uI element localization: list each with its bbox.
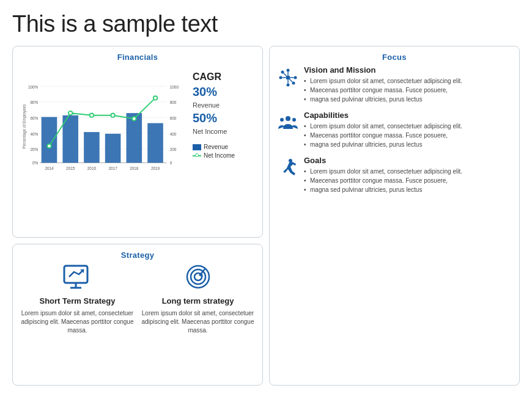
svg-text:2019: 2019	[151, 166, 160, 170]
focus-vision-heading: Vision and Mission	[304, 65, 512, 75]
list-item: Lorem ipsum dolor sit amet, consectetuer…	[304, 167, 512, 176]
svg-point-51	[281, 71, 284, 74]
svg-text:600: 600	[170, 116, 177, 120]
focus-panel: Focus	[269, 46, 520, 386]
legend-area: Revenue Net Income	[193, 144, 255, 159]
list-item: Maecenas porttitor congue massa. Fusce p…	[304, 86, 512, 95]
chart-area: Percentage of Employees 100% 80% 60% 40%…	[20, 65, 188, 188]
list-item: magna sed pulvinar ultricies, purus lect…	[304, 141, 512, 149]
cagr-revenue-row: 30% Revenue	[193, 85, 255, 110]
list-item: magna sed pulvinar ultricies, purus lect…	[304, 95, 512, 104]
svg-text:1000: 1000	[170, 85, 179, 89]
financials-panel: Financials Percentage of Employees 100% …	[12, 46, 263, 238]
focus-vision-list: Lorem ipsum dolor sit amet, consectetuer…	[304, 77, 512, 104]
svg-point-60	[280, 118, 284, 122]
svg-line-58	[290, 79, 293, 82]
svg-point-49	[279, 76, 283, 79]
svg-rect-24	[147, 123, 163, 163]
focus-title: Focus	[277, 53, 512, 62]
goals-icon	[277, 157, 299, 182]
long-term-col: Long term strategy Lorem ipsum dolor sit…	[141, 263, 255, 335]
long-term-text: Lorem ipsum dolor sit amet, consectetuer…	[141, 309, 255, 335]
focus-section-capabilities: Capabilities Lorem ipsum dolor sit amet,…	[277, 111, 512, 150]
svg-text:60%: 60%	[30, 116, 38, 120]
list-item: Lorem ipsum dolor sit amet, consectetuer…	[304, 77, 512, 86]
strategy-panel: Strategy Short Term Strategy Lorem ipsum	[12, 244, 263, 386]
financials-chart: Percentage of Employees 100% 80% 60% 40%…	[20, 65, 188, 188]
legend-income: Net Income	[193, 152, 255, 159]
cagr-revenue-pct: 30%	[193, 85, 217, 98]
financials-title: Financials	[20, 53, 255, 62]
long-term-icon	[141, 263, 255, 294]
svg-point-46	[286, 76, 290, 80]
long-term-heading: Long term strategy	[141, 296, 255, 306]
short-term-icon	[20, 263, 135, 294]
svg-point-27	[90, 114, 94, 117]
list-item: magna sed pulvinar ultricies, purus lect…	[304, 186, 512, 194]
svg-text:400: 400	[170, 132, 177, 136]
short-term-text: Lorem ipsum dolor sit amet, consectetuer…	[20, 309, 135, 335]
focus-goals-list: Lorem ipsum dolor sit amet, consectetuer…	[304, 167, 512, 194]
legend-revenue: Revenue	[193, 144, 255, 150]
strategy-inner: Short Term Strategy Lorem ipsum dolor si…	[20, 263, 255, 335]
focus-capabilities-list: Lorem ipsum dolor sit amet, consectetuer…	[304, 122, 512, 149]
svg-point-61	[292, 118, 296, 122]
svg-point-52	[292, 82, 295, 85]
svg-text:0: 0	[170, 161, 172, 165]
svg-line-57	[284, 73, 287, 76]
focus-vision-content: Vision and Mission Lorem ipsum dolor sit…	[304, 65, 512, 104]
list-item: Maecenas porttitor congue massa. Fusce p…	[304, 131, 512, 140]
financials-inner: Percentage of Employees 100% 80% 60% 40%…	[20, 65, 255, 188]
svg-text:20%: 20%	[30, 147, 38, 152]
cagr-title: CAGR	[193, 71, 255, 82]
svg-text:Percentage of Employees: Percentage of Employees	[22, 104, 27, 148]
page-title: This is a sample text	[12, 11, 520, 37]
svg-text:100%: 100%	[28, 85, 39, 89]
svg-point-48	[287, 84, 290, 87]
short-term-heading: Short Term Strategy	[20, 296, 135, 306]
svg-text:2018: 2018	[130, 166, 139, 170]
list-item: Lorem ipsum dolor sit amet, consectetuer…	[304, 122, 512, 131]
cagr-revenue-label: Revenue	[193, 101, 220, 109]
legend-revenue-label: Revenue	[204, 144, 228, 150]
svg-text:200: 200	[170, 147, 177, 152]
svg-point-50	[294, 76, 297, 79]
svg-text:0%: 0%	[32, 161, 39, 165]
list-item: Maecenas porttitor congue massa. Fusce p…	[304, 177, 512, 185]
svg-rect-21	[84, 132, 100, 163]
short-term-col: Short Term Strategy Lorem ipsum dolor si…	[20, 263, 135, 335]
cagr-income-pct: 50%	[193, 111, 217, 125]
focus-section-vision: Vision and Mission Lorem ipsum dolor sit…	[277, 65, 512, 104]
svg-point-47	[287, 69, 290, 72]
svg-point-29	[132, 117, 136, 120]
cagr-area: CAGR 30% Revenue 50% Net Income Revenue	[188, 65, 255, 161]
focus-capabilities-content: Capabilities Lorem ipsum dolor sit amet,…	[304, 111, 512, 150]
svg-point-30	[153, 96, 157, 100]
svg-point-62	[289, 159, 292, 163]
svg-point-25	[47, 144, 51, 148]
focus-goals-content: Goals Lorem ipsum dolor sit amet, consec…	[304, 156, 512, 195]
svg-point-28	[111, 114, 114, 117]
svg-point-59	[286, 116, 290, 121]
cagr-income-label: Net Income	[193, 128, 227, 135]
svg-rect-19	[42, 117, 57, 163]
vision-icon	[277, 67, 299, 92]
capabilities-icon	[277, 112, 299, 137]
focus-capabilities-heading: Capabilities	[304, 111, 512, 120]
svg-text:2016: 2016	[87, 166, 97, 170]
svg-text:40%: 40%	[30, 132, 38, 136]
cagr-income-row: 50% Net Income	[193, 111, 255, 136]
focus-goals-heading: Goals	[304, 156, 512, 165]
svg-text:80%: 80%	[30, 100, 38, 104]
main-grid: Financials Percentage of Employees 100% …	[12, 46, 520, 386]
focus-section-goals: Goals Lorem ipsum dolor sit amet, consec…	[277, 156, 512, 195]
legend-income-label: Net Income	[204, 152, 235, 159]
svg-rect-22	[105, 134, 121, 163]
strategy-title: Strategy	[20, 251, 255, 260]
svg-text:2014: 2014	[45, 166, 54, 170]
svg-text:800: 800	[170, 100, 177, 104]
svg-rect-37	[64, 266, 87, 283]
svg-text:2015: 2015	[66, 166, 75, 170]
svg-text:2017: 2017	[109, 166, 118, 170]
svg-point-26	[68, 111, 72, 115]
